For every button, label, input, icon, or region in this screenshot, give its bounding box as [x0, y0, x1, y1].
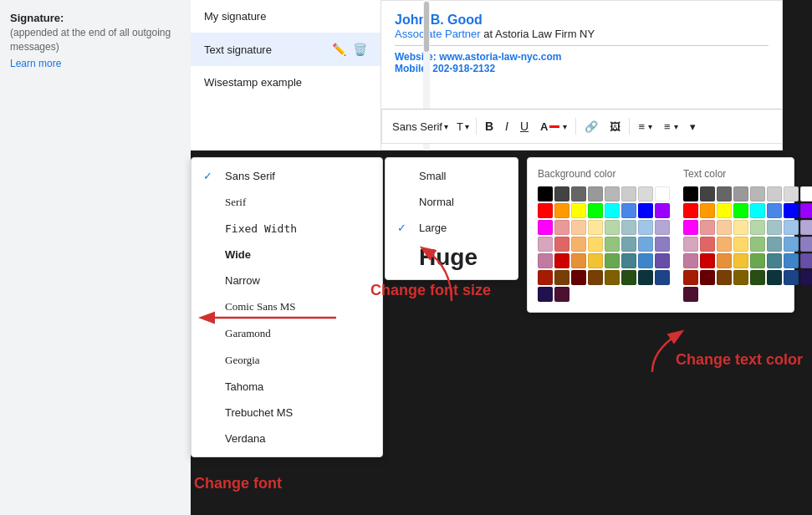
color-swatch[interactable]	[784, 237, 799, 252]
color-swatch[interactable]	[554, 186, 569, 201]
color-swatch[interactable]	[554, 253, 569, 268]
color-swatch[interactable]	[588, 237, 603, 252]
color-swatch[interactable]	[683, 253, 698, 268]
color-swatch[interactable]	[571, 253, 586, 268]
font-option-wide[interactable]: Wide	[192, 242, 382, 268]
color-swatch[interactable]	[588, 203, 603, 218]
color-swatch[interactable]	[767, 270, 782, 285]
color-swatch[interactable]	[683, 203, 698, 218]
color-swatch[interactable]	[605, 186, 620, 201]
color-swatch[interactable]	[700, 220, 715, 235]
bold-button[interactable]: B	[480, 116, 498, 136]
italic-button[interactable]: I	[500, 116, 513, 136]
font-option-sans-serif[interactable]: Sans Serif	[192, 163, 382, 189]
color-swatch[interactable]	[784, 203, 799, 218]
color-swatch[interactable]	[538, 220, 553, 235]
color-swatch[interactable]	[638, 220, 653, 235]
color-swatch[interactable]	[717, 203, 732, 218]
color-swatch[interactable]	[800, 253, 812, 268]
color-swatch[interactable]	[554, 220, 569, 235]
color-swatch[interactable]	[784, 253, 799, 268]
color-swatch[interactable]	[655, 237, 670, 252]
color-swatch[interactable]	[638, 253, 653, 268]
sig-item-wisestamp[interactable]: Wisestamp example	[191, 66, 380, 99]
color-swatch[interactable]	[784, 270, 799, 285]
color-swatch[interactable]	[700, 253, 715, 268]
color-swatch[interactable]	[767, 203, 782, 218]
font-option-georgia[interactable]: Georgia	[192, 347, 382, 374]
color-swatch[interactable]	[605, 220, 620, 235]
color-swatch[interactable]	[621, 270, 636, 285]
color-swatch[interactable]	[683, 287, 698, 302]
color-swatch[interactable]	[621, 186, 636, 201]
color-swatch[interactable]	[800, 270, 812, 285]
scrollbar-thumb[interactable]	[424, 2, 429, 52]
color-swatch[interactable]	[750, 253, 765, 268]
color-swatch[interactable]	[784, 186, 799, 201]
delete-icon[interactable]: 🗑️	[353, 43, 367, 56]
color-swatch[interactable]	[717, 186, 732, 201]
color-swatch[interactable]	[800, 220, 812, 235]
color-swatch[interactable]	[538, 287, 553, 302]
color-swatch[interactable]	[638, 270, 653, 285]
color-swatch[interactable]	[733, 270, 748, 285]
color-swatch[interactable]	[588, 253, 603, 268]
color-swatch[interactable]	[538, 270, 553, 285]
font-option-serif[interactable]: Serif	[192, 189, 382, 216]
font-option-tahoma[interactable]: Tahoma	[192, 374, 382, 400]
color-swatch[interactable]	[800, 186, 812, 201]
color-swatch[interactable]	[605, 237, 620, 252]
color-swatch[interactable]	[767, 186, 782, 201]
color-swatch[interactable]	[588, 270, 603, 285]
color-swatch[interactable]	[733, 253, 748, 268]
color-swatch[interactable]	[655, 203, 670, 218]
font-option-narrow[interactable]: Narrow	[192, 268, 382, 293]
sig-item-my[interactable]: My signature	[191, 0, 380, 33]
underline-button[interactable]: U	[515, 116, 534, 136]
sig-item-text[interactable]: Text signature ✏️ 🗑️	[191, 33, 380, 66]
color-swatch[interactable]	[700, 203, 715, 218]
color-swatch[interactable]	[588, 220, 603, 235]
color-swatch[interactable]	[683, 220, 698, 235]
color-swatch[interactable]	[571, 270, 586, 285]
color-swatch[interactable]	[538, 253, 553, 268]
color-swatch[interactable]	[750, 270, 765, 285]
color-swatch[interactable]	[554, 203, 569, 218]
color-swatch[interactable]	[700, 237, 715, 252]
color-swatch[interactable]	[655, 270, 670, 285]
font-option-verdana[interactable]: Verdana	[192, 426, 382, 451]
color-swatch[interactable]	[767, 220, 782, 235]
color-swatch[interactable]	[655, 253, 670, 268]
font-option-fixed-width[interactable]: Fixed Width	[192, 216, 382, 242]
color-swatch[interactable]	[733, 203, 748, 218]
color-swatch[interactable]	[605, 270, 620, 285]
color-swatch[interactable]	[683, 186, 698, 201]
size-option-small[interactable]: Small	[386, 163, 518, 189]
color-swatch[interactable]	[571, 203, 586, 218]
color-swatch[interactable]	[554, 270, 569, 285]
color-swatch[interactable]	[717, 253, 732, 268]
color-swatch[interactable]	[588, 186, 603, 201]
font-family-select[interactable]: Sans Serif ▾	[389, 117, 452, 136]
color-swatch[interactable]	[717, 220, 732, 235]
color-swatch[interactable]	[717, 270, 732, 285]
color-swatch[interactable]	[538, 203, 553, 218]
color-swatch[interactable]	[750, 186, 765, 201]
more-button[interactable]: ▾	[685, 117, 701, 136]
color-swatch[interactable]	[621, 203, 636, 218]
font-size-select[interactable]: T ▾	[453, 117, 472, 136]
color-swatch[interactable]	[750, 220, 765, 235]
color-swatch[interactable]	[605, 203, 620, 218]
font-option-trebuchet-ms[interactable]: Trebuchet MS	[192, 400, 382, 426]
list-button[interactable]: ≡ ▾	[659, 117, 683, 136]
color-swatch[interactable]	[621, 253, 636, 268]
color-swatch[interactable]	[538, 237, 553, 252]
color-swatch[interactable]	[538, 186, 553, 201]
link-button[interactable]: 🔗	[580, 117, 603, 136]
color-swatch[interactable]	[638, 203, 653, 218]
color-swatch[interactable]	[638, 186, 653, 201]
color-swatch[interactable]	[733, 237, 748, 252]
color-swatch[interactable]	[683, 270, 698, 285]
size-option-normal[interactable]: Normal	[386, 189, 518, 215]
color-swatch[interactable]	[800, 237, 812, 252]
